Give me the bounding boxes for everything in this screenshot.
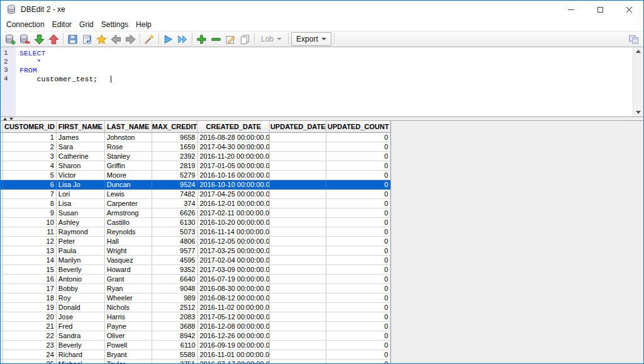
cell-last_name[interactable]: Powell — [105, 341, 152, 350]
cell-updated_count[interactable]: 0 — [326, 227, 391, 236]
menu-connection[interactable]: Connection — [3, 19, 48, 30]
column-header-created_date[interactable]: CREATED_DATE — [197, 121, 270, 132]
cell-max_credit[interactable]: 2392 — [152, 152, 198, 161]
cell-customer_id[interactable]: 22 — [3, 331, 57, 340]
cell-first_name[interactable]: Sharon — [57, 161, 105, 170]
column-header-first_name[interactable]: FIRST_NAME — [57, 121, 105, 132]
cell-last_name[interactable]: Oliver — [105, 331, 152, 340]
cell-first_name[interactable]: Sara — [57, 142, 105, 151]
cell-updated_date[interactable] — [270, 284, 326, 293]
table-row[interactable]: 11RaymondReynolds50732016-11-14 00:00:00… — [1, 227, 391, 237]
cell-updated_date[interactable] — [270, 142, 326, 151]
cell-max_credit[interactable]: 9352 — [152, 265, 198, 274]
cell-customer_id[interactable]: 8 — [3, 199, 57, 208]
cell-first_name[interactable]: Antonio — [57, 275, 105, 283]
cell-updated_count[interactable]: 0 — [326, 265, 391, 274]
cell-customer_id[interactable]: 10 — [3, 218, 57, 227]
cell-max_credit[interactable]: 5279 — [152, 171, 198, 179]
cell-max_credit[interactable]: 7482 — [152, 190, 198, 198]
cell-updated_count[interactable]: 0 — [326, 208, 391, 217]
cell-created_date[interactable]: 2016-11-01 00:00:00.0 — [198, 350, 270, 359]
cell-first_name[interactable]: Lisa Jo — [57, 180, 105, 189]
table-row[interactable]: 14MarilynVasquez45952017-02-04 00:00:00.… — [1, 256, 391, 265]
cell-updated_date[interactable] — [270, 293, 326, 302]
cell-first_name[interactable]: Paula — [57, 246, 105, 255]
table-row[interactable]: 5VictorMoore52792016-10-16 00:00:00.00 — [1, 171, 391, 180]
table-row[interactable]: 7LoriLewis74822017-04-25 00:00:00.00 — [1, 190, 391, 199]
cell-updated_date[interactable] — [270, 152, 326, 161]
cell-updated_date[interactable] — [270, 171, 326, 179]
cell-customer_id[interactable]: 2 — [3, 142, 57, 151]
maximize-button[interactable] — [586, 1, 614, 18]
cell-max_credit[interactable]: 9048 — [152, 284, 198, 293]
cell-updated_date[interactable] — [270, 246, 326, 255]
cell-first_name[interactable]: Susan — [57, 208, 105, 217]
table-row[interactable]: 20JoseHarris20832017-05-12 00:00:00.00 — [1, 312, 391, 322]
delete-row-button[interactable] — [209, 32, 223, 47]
table-row[interactable]: 17BobbyRyan90482016-08-30 00:00:00.00 — [1, 284, 391, 293]
cell-max_credit[interactable]: 989 — [152, 293, 198, 302]
cell-last_name[interactable]: Howard — [105, 265, 152, 274]
cell-created_date[interactable]: 2016-10-10 00:00:00.0 — [198, 180, 270, 189]
cell-updated_date[interactable] — [270, 360, 326, 363]
cell-updated_date[interactable] — [270, 208, 326, 217]
editor-vertical-scrollbar[interactable] — [633, 47, 643, 117]
cell-created_date[interactable]: 2016-08-30 00:00:00.0 — [198, 284, 270, 293]
cell-customer_id[interactable]: 24 — [3, 350, 57, 359]
cell-updated_count[interactable]: 0 — [326, 350, 391, 359]
toggle-layout-button[interactable] — [626, 32, 641, 47]
cell-created_date[interactable]: 2016-12-26 00:00:00.0 — [198, 331, 270, 340]
table-row[interactable]: 8LisaCarpenter3742016-12-01 00:00:00.00 — [1, 199, 391, 208]
table-row[interactable]: 1JamesJohnston96582016-08-28 00:00:00.00 — [1, 133, 391, 142]
cell-updated_date[interactable] — [270, 331, 326, 340]
cell-max_credit[interactable]: 6130 — [152, 218, 198, 227]
table-row[interactable]: 9SusanArmstrong66262017-02-11 00:00:00.0… — [1, 208, 391, 218]
cell-last_name[interactable]: Wright — [105, 246, 152, 255]
forward-button[interactable] — [123, 32, 138, 47]
cell-customer_id[interactable]: 23 — [3, 341, 57, 350]
cell-updated_date[interactable] — [270, 180, 326, 189]
cell-customer_id[interactable]: 4 — [3, 161, 57, 170]
cell-max_credit[interactable]: 9524 — [152, 180, 198, 189]
cell-updated_date[interactable] — [270, 199, 326, 208]
sql-code-area[interactable]: SELECT *FROM customer_test; — [16, 47, 633, 117]
cell-last_name[interactable]: Reynolds — [105, 227, 152, 236]
minimize-button[interactable] — [557, 1, 586, 18]
collapse-up-icon[interactable] — [3, 118, 7, 120]
column-header-max_credit[interactable]: MAX_CREDIT — [152, 121, 198, 132]
cell-updated_date[interactable] — [270, 303, 326, 312]
cell-created_date[interactable]: 2016-11-02 00:00:00.0 — [198, 303, 270, 312]
cell-updated_date[interactable] — [270, 312, 326, 321]
cell-first_name[interactable]: Peter — [57, 237, 105, 246]
cell-created_date[interactable]: 2017-02-11 00:00:00.0 — [198, 208, 270, 217]
cell-updated_date[interactable] — [270, 256, 326, 264]
cell-updated_count[interactable]: 0 — [326, 256, 391, 264]
cell-updated_count[interactable]: 0 — [326, 322, 391, 331]
cell-last_name[interactable]: Johnston — [105, 133, 152, 142]
cell-customer_id[interactable]: 20 — [3, 312, 57, 321]
cell-updated_date[interactable] — [270, 227, 326, 236]
cell-updated_date[interactable] — [270, 133, 326, 142]
export-dropdown[interactable]: Export — [291, 32, 331, 46]
cell-last_name[interactable]: Duncan — [105, 180, 152, 189]
cell-max_credit[interactable]: 9658 — [152, 133, 198, 142]
cell-created_date[interactable]: 2017-01-05 00:00:00.0 — [198, 161, 270, 170]
table-row[interactable]: 3CatherineStanley23922016-11-20 00:00:00… — [1, 152, 391, 161]
cell-last_name[interactable]: Armstrong — [105, 208, 152, 217]
cell-created_date[interactable]: 2016-08-12 00:00:00.0 — [198, 293, 270, 302]
cell-customer_id[interactable]: 5 — [3, 171, 57, 179]
cell-updated_date[interactable] — [270, 350, 326, 359]
cell-updated_count[interactable]: 0 — [326, 142, 391, 151]
table-row[interactable]: 12PeterHall48062016-12-05 00:00:00.00 — [1, 237, 391, 246]
connect-button[interactable] — [3, 32, 18, 47]
cell-updated_date[interactable] — [270, 190, 326, 198]
menu-editor[interactable]: Editor — [48, 19, 75, 30]
cell-updated_count[interactable]: 0 — [326, 360, 391, 363]
table-row[interactable]: 25MichaelTaylor37512016-07-17 00:00:00.0… — [1, 360, 391, 363]
cell-max_credit[interactable]: 374 — [152, 199, 198, 208]
cell-max_credit[interactable]: 3688 — [152, 322, 198, 331]
cell-max_credit[interactable]: 8942 — [152, 331, 198, 340]
cell-first_name[interactable]: Beverly — [57, 265, 105, 274]
cell-first_name[interactable]: Victor — [57, 171, 105, 179]
editor-grid-splitter[interactable] — [1, 117, 643, 121]
